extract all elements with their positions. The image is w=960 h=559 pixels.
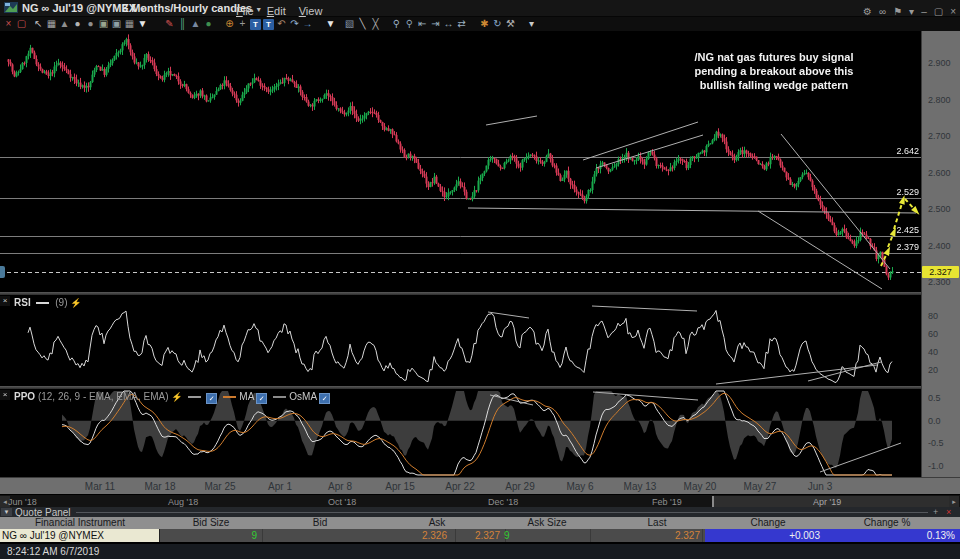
ppo-tick: 0.5 [928,393,960,403]
pin-icon[interactable]: ⚑ [893,6,902,17]
rsi-close-icon[interactable]: × [0,296,10,306]
date-axis[interactable]: Mar 11Mar 18Mar 25Apr 1Apr 8Apr 15Apr 22… [0,477,960,495]
dropdown-icon[interactable]: ▼ [136,18,149,30]
change-pct-value: 0.13% [927,529,955,542]
quote-column-change-[interactable]: Change % [864,517,911,529]
rsi-tick: 40 [928,347,960,357]
scrollbar-label: Dec '18 [488,497,518,507]
ask-size-value: 9 [504,529,510,542]
date-label: Apr 29 [505,481,534,492]
bar-width-icon[interactable]: ↔ [442,18,455,30]
trendline-icon[interactable]: ╲ [356,18,369,30]
more-dropdown-icon[interactable]: ▾ [525,18,538,30]
zoom-in-icon[interactable]: ⚲ [390,18,403,30]
bar-left-icon[interactable]: ⇤ [416,18,429,30]
text-note-icon[interactable]: T [263,19,274,30]
dropdown2-icon[interactable]: ▼ [324,18,337,30]
arrow-tool-icon[interactable]: → [301,18,314,30]
bar-right-icon[interactable]: ⇥ [429,18,442,30]
pin-dropdown-icon[interactable]: ▾ [909,6,914,17]
menu-edit[interactable]: Edit [267,5,286,17]
price-alert-marker [0,266,5,278]
marquee-select-icon[interactable]: ▢ [15,18,28,30]
quote-panel-collapse-icon[interactable]: ▼ [1,508,12,516]
crosshair-icon[interactable]: + [236,18,249,30]
price-tick: 2.500 [928,204,960,214]
price-tick: 2.400 [928,241,960,251]
ppo-legend-checkbox[interactable]: ✓ [256,393,267,404]
minimize-icon[interactable]: – [921,6,927,17]
text-tool-icon[interactable]: T [250,19,261,30]
timeline-scrollbar[interactable]: ◂ ▸ Jun '18Aug '18Oct '18Dec '18Feb '19A… [0,494,960,508]
menu-view[interactable]: View [299,5,323,17]
layout-icon[interactable]: ▦ [123,18,136,30]
zoom-out-icon[interactable]: ⚲ [403,18,416,30]
app-icon [4,2,18,13]
chart-tool-icon[interactable]: ▧ [343,18,356,30]
scrollbar-label: Oct '18 [328,497,356,507]
rsi-label: RSI [14,297,31,308]
image-alt-icon[interactable]: ▣ [110,18,123,30]
rsi-tick: 60 [928,329,960,339]
price-axis[interactable]: 2.9002.8002.7002.6002.5002.4002.30080604… [921,31,960,477]
target-icon[interactable]: ⊕ [223,18,236,30]
level-label: 2.529 [879,187,919,197]
symbol-label: NG ∞ Jul'19 @NYMEX [22,2,136,14]
price-tick: 2.900 [928,58,960,68]
candlestick-icon[interactable]: ║ [176,18,189,30]
quote-column-bid-size[interactable]: Bid Size [193,517,230,529]
date-label: May 20 [684,481,717,492]
last-value: 2.327 [675,529,700,542]
pointer-icon[interactable]: ↖ [32,18,45,30]
quote-column-financial-instrument[interactable]: Financial Instrument [35,517,125,529]
circle-icon[interactable]: ● [84,18,97,30]
stamp-icon[interactable]: ▲ [58,18,71,30]
ppo-legend: ✓MA✓OsMA✓ [185,391,333,402]
undo-icon[interactable]: ↶ [275,18,288,30]
image-icon[interactable]: ▣ [97,18,110,30]
ppo-legend-checkbox[interactable]: ✓ [319,393,330,404]
scroll-right-icon[interactable]: ▸ [949,496,959,507]
price-tick: 2.600 [928,168,960,178]
brush-icon[interactable]: ● [71,18,84,30]
triangle-icon[interactable]: ▲ [189,18,202,30]
close-tool-icon[interactable]: × [2,18,15,30]
grid-icon[interactable]: ▦ [45,18,58,30]
quote-panel-close-icon[interactable]: × [946,507,951,517]
maximize-icon[interactable]: ▢ [934,6,943,17]
quote-panel-tool-icon[interactable]: + [933,507,938,517]
rsi-line-swatch [36,302,49,304]
quote-column-last[interactable]: Last [648,517,667,529]
hatch-icon[interactable]: ╳ [369,18,382,30]
rsi-chart[interactable] [0,295,921,386]
flower-icon[interactable]: ✱ [478,18,491,30]
rsi-header: RSI (9) ⚡ [14,297,81,308]
ppo-legend-checkbox[interactable]: ✓ [206,393,217,404]
wrench-icon[interactable]: ⚒ [504,18,517,30]
quote-column-ask[interactable]: Ask [429,517,446,529]
close-icon[interactable]: × [950,6,956,17]
bar-swap-icon[interactable]: ⇄ [455,18,468,30]
quote-instrument-cell[interactable]: NG ∞ Jul'19 @NYMEX [0,529,160,542]
settings-icon[interactable]: ⚙ [863,6,872,17]
link-icon[interactable]: ∞ [879,6,886,17]
scrollbar-label: Aug '18 [168,497,198,507]
scrollbar-label: Jun '18 [8,497,37,507]
ppo-legend-swatch [188,396,201,398]
level-label: 2.425 [879,225,919,235]
quote-column-change[interactable]: Change [750,517,785,529]
date-label: Mar 18 [144,481,175,492]
chart-annotation: /NG nat gas futures buy signal pending a… [648,50,900,92]
quote-column-headers: Financial InstrumentBid SizeBidAskAsk Si… [0,517,960,529]
quote-column-ask-size[interactable]: Ask Size [528,517,567,529]
refresh-icon[interactable]: ↻ [491,18,504,30]
redo-icon[interactable]: ↷ [288,18,301,30]
globe-icon[interactable]: ● [202,18,215,30]
quote-row[interactable]: NG ∞ Jul'19 @NYMEX 9 2.326 2.327 9 2.327… [0,529,960,542]
ppo-settings-icon[interactable]: ⚡ [171,392,182,402]
quote-column-bid[interactable]: Bid [313,517,327,529]
ppo-close-icon[interactable]: × [0,390,10,400]
rsi-settings-icon[interactable]: ⚡ [70,298,81,308]
pencil-icon[interactable]: ✎ [163,18,176,30]
menu-file[interactable]: File [236,5,254,17]
